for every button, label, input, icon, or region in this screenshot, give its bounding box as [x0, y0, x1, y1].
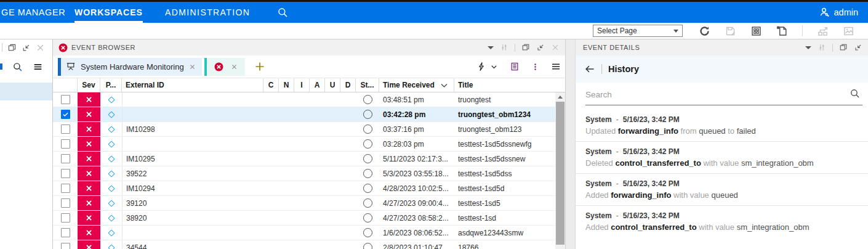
page-toolbar: Select Page [0, 23, 868, 39]
col-severity[interactable]: Sev [78, 78, 100, 92]
collapse-icon[interactable] [854, 43, 862, 52]
priority-diamond-icon [108, 170, 115, 177]
row-checkbox[interactable] [61, 124, 70, 134]
col-c[interactable]: C [263, 78, 279, 92]
collapse-icon[interactable] [22, 43, 31, 52]
history-title: History [608, 64, 639, 74]
event-table-body: 03:48:51 pm truongtest 03:42:28 pm truon… [53, 92, 565, 249]
sort-chevron-icon[interactable] [440, 81, 448, 89]
close-icon[interactable] [231, 63, 238, 70]
restore-icon[interactable] [521, 43, 530, 52]
event-row[interactable]: IM10294 4/28/2023 10:02:5... testtest-1s… [53, 181, 565, 196]
vertical-scrollbar[interactable] [555, 92, 565, 249]
auto-refresh-dropdown[interactable] [476, 62, 498, 71]
event-row[interactable]: 03:48:51 pm truongtest [53, 92, 565, 107]
search-input[interactable] [585, 87, 843, 102]
search-icon[interactable] [277, 7, 288, 18]
event-row[interactable]: 39120 4/27/2023 09:00:4... testtest-1sd5 [53, 196, 565, 211]
refresh-icon[interactable] [699, 25, 710, 37]
severity-cell [78, 107, 100, 121]
lifecycle-cell [356, 139, 379, 149]
user-menu[interactable]: admin [819, 2, 859, 23]
history-entry-body: Added control_transferred_to with value … [585, 222, 858, 232]
tab-system-hardware-monitoring[interactable]: System Hardware Monitoring [58, 58, 202, 76]
col-external-id[interactable]: External ID [122, 78, 263, 92]
event-browser-tabbar: System Hardware Monitoring [53, 55, 565, 78]
lifecycle-cell [356, 184, 379, 193]
priority-cell [100, 245, 122, 249]
kebab-icon[interactable] [531, 63, 539, 71]
severity-critical-icon [78, 196, 100, 210]
tab-unnamed-filtered[interactable] [204, 58, 245, 76]
brand-clipped: GE MANAGER [1, 2, 65, 23]
critical-badge-icon [214, 62, 223, 71]
priority-diamond-icon [108, 111, 115, 118]
row-checkbox-cell [53, 110, 78, 119]
dropdown-icon[interactable] [805, 46, 811, 49]
row-checkbox[interactable] [61, 110, 70, 119]
col-select[interactable] [53, 78, 78, 92]
collapse-icon[interactable] [536, 43, 545, 52]
event-row[interactable]: 03:28:03 pm testtest-1sd5dssnewfg [53, 137, 565, 152]
event-row[interactable]: 03:42:28 pm truongtest_obm1234 [53, 107, 565, 122]
col-title[interactable]: Title [454, 78, 565, 92]
scroll-up-button[interactable] [555, 92, 565, 102]
row-checkbox[interactable] [61, 184, 70, 193]
col-u[interactable]: U [325, 78, 340, 92]
triangle-up-icon [558, 96, 563, 99]
col-i[interactable]: I [294, 78, 310, 92]
event-row[interactable]: 1/6/2023 08:06:52... asdqwe123443smw [53, 226, 565, 240]
search-icon[interactable] [850, 88, 860, 99]
nav-tab-administration[interactable]: ADMINISTRATION [165, 2, 250, 23]
close-icon[interactable] [189, 63, 196, 70]
page-selector-value: Select Page [597, 27, 637, 35]
search-icon[interactable] [12, 62, 23, 72]
close-icon[interactable] [551, 43, 560, 52]
row-checkbox[interactable] [61, 139, 70, 149]
severity-critical-icon [78, 211, 100, 225]
dropdown-icon[interactable] [488, 46, 494, 49]
event-log-icon[interactable] [510, 62, 520, 71]
row-checkbox[interactable] [61, 243, 70, 249]
restore-icon[interactable] [839, 43, 848, 52]
event-row[interactable]: 38920 4/27/2023 08:58:2... testtest-1sd [53, 211, 565, 226]
col-n[interactable]: N [279, 78, 294, 92]
lifecycle-open-icon [363, 139, 372, 149]
page-selector[interactable]: Select Page [593, 25, 683, 37]
component-gallery-icon[interactable] [750, 25, 762, 37]
close-icon[interactable] [36, 43, 45, 52]
severity-critical-icon [78, 137, 100, 151]
event-row[interactable]: 39522 5/3/2023 03:55:18... testtest-1sd5… [53, 166, 565, 181]
col-a[interactable]: A [310, 78, 325, 92]
priority-cell [100, 142, 122, 147]
row-checkbox[interactable] [61, 198, 70, 208]
new-page-icon[interactable] [776, 25, 788, 37]
title-cell: testtest-1sd5 [454, 199, 565, 208]
col-state[interactable]: St... [356, 78, 379, 92]
row-checkbox[interactable] [61, 95, 70, 104]
event-row[interactable]: IM10298 03:37:16 pm truongtest_obm123 [53, 122, 565, 137]
settings-icon [818, 43, 826, 52]
row-checkbox[interactable] [61, 213, 70, 222]
menu-icon[interactable] [551, 62, 561, 71]
col-time-received[interactable]: Time Received [379, 78, 454, 92]
row-checkbox[interactable] [61, 169, 70, 178]
menu-icon[interactable] [33, 62, 43, 72]
history-list: System - 5/16/23, 3:42 PM Updated forwar… [576, 107, 868, 237]
event-row[interactable]: 34544 2/8/2023 01:10:47... 18766 [53, 240, 565, 249]
col-d[interactable]: D [340, 78, 356, 92]
edit-page-icon [725, 25, 736, 37]
event-row[interactable]: IM10295 5/11/2023 02:17:3... testtest-1s… [53, 152, 565, 166]
row-checkbox[interactable] [61, 154, 70, 163]
chevron-down-icon [490, 63, 498, 71]
side-panel-selected-item[interactable] [0, 83, 52, 100]
add-tab-icon[interactable] [254, 61, 265, 72]
back-arrow-icon[interactable] [584, 63, 595, 75]
scrollbar-thumb[interactable] [556, 102, 565, 245]
panel-splitter[interactable] [566, 39, 576, 249]
restore-icon[interactable] [7, 43, 17, 52]
external-id-cell [122, 92, 263, 107]
col-priority[interactable]: P... [100, 78, 122, 92]
row-checkbox[interactable] [61, 228, 70, 237]
nav-tab-workspaces[interactable]: WORKSPACES [74, 2, 143, 23]
